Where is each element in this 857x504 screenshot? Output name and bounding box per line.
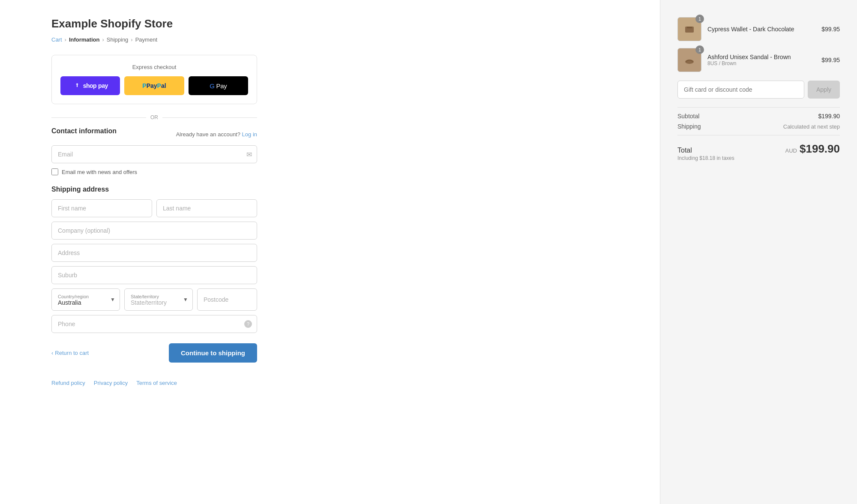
product-image-wrap: 1 xyxy=(677,48,701,72)
breadcrumb-sep-3: › xyxy=(131,36,132,43)
breadcrumb-sep-1: › xyxy=(65,36,66,43)
email-icon: ✉ xyxy=(246,150,252,159)
shopify-pay-button[interactable]: shoppay xyxy=(60,76,120,95)
product-variant: 8US / Brown xyxy=(707,60,815,66)
total-price: $199.90 xyxy=(800,142,840,156)
svg-rect-2 xyxy=(687,27,692,28)
total-row: Total Including $18.18 in taxes AUD $199… xyxy=(677,142,840,161)
product-quantity-badge: 1 xyxy=(695,15,704,23)
footer-links: Refund policy Privacy policy Terms of se… xyxy=(51,380,257,386)
product-list: 1 Cypress Wallet - Dark Chocolate $99.95… xyxy=(677,17,840,72)
state-placeholder: State/territory xyxy=(131,299,177,306)
shipping-label: Shipping xyxy=(677,123,701,130)
name-row xyxy=(51,199,257,217)
product-price: $99.95 xyxy=(821,57,840,63)
or-divider: OR xyxy=(51,114,257,120)
contact-header: Contact information Already have an acco… xyxy=(51,127,257,141)
express-buttons: shoppay PPayPal G Pay xyxy=(60,76,248,95)
subtotal-label: Subtotal xyxy=(677,113,699,120)
shopify-pay-icon: shoppay xyxy=(73,81,108,90)
breadcrumb-information: Information xyxy=(69,36,100,43)
discount-code-input[interactable] xyxy=(677,81,804,99)
product-info: Ashford Unisex Sandal - Brown 8US / Brow… xyxy=(707,54,815,66)
breadcrumb-cart[interactable]: Cart xyxy=(51,36,62,43)
left-panel: Example Shopify Store Cart › Information… xyxy=(0,0,660,504)
last-name-input[interactable] xyxy=(156,199,257,217)
phone-input[interactable] xyxy=(51,315,257,333)
return-chevron-icon: ‹ xyxy=(51,350,53,356)
phone-help-icon[interactable]: ? xyxy=(244,320,252,328)
apply-discount-button[interactable]: Apply xyxy=(808,81,840,99)
country-col: Country/region Australia ▼ xyxy=(51,288,120,311)
state-arrow-icon: ▼ xyxy=(183,297,188,303)
shipping-value: Calculated at next step xyxy=(783,123,840,130)
suburb-group xyxy=(51,266,257,284)
summary-divider-2 xyxy=(677,135,840,135)
country-value: Australia xyxy=(58,299,104,306)
product-name: Cypress Wallet - Dark Chocolate xyxy=(707,26,815,33)
subtotal-value: $199.90 xyxy=(818,113,840,120)
product-quantity-badge: 1 xyxy=(695,45,704,54)
company-group xyxy=(51,222,257,240)
email-wrapper: ✉ xyxy=(51,145,257,163)
express-checkout-label: Express checkout xyxy=(60,64,248,70)
gpay-button[interactable]: G Pay xyxy=(189,76,248,95)
company-input[interactable] xyxy=(51,222,257,240)
breadcrumb-payment: Payment xyxy=(135,36,157,43)
phone-wrapper: ? xyxy=(51,315,257,333)
breadcrumb: Cart › Information › Shipping › Payment xyxy=(51,36,634,43)
newsletter-checkbox[interactable] xyxy=(51,168,58,175)
product-item: 1 Cypress Wallet - Dark Chocolate $99.95 xyxy=(677,17,840,41)
first-name-input[interactable] xyxy=(51,199,152,217)
right-panel: 1 Cypress Wallet - Dark Chocolate $99.95… xyxy=(660,0,857,504)
express-checkout-box: Express checkout shoppay PPayPal G Pa xyxy=(51,55,257,104)
country-arrow-icon: ▼ xyxy=(110,297,115,303)
gpay-icon: G Pay xyxy=(210,82,227,90)
newsletter-row: Email me with news and offers xyxy=(51,168,257,175)
product-name: Ashford Unisex Sandal - Brown xyxy=(707,54,815,60)
country-row: Country/region Australia ▼ State/territo… xyxy=(51,288,257,311)
newsletter-label: Email me with news and offers xyxy=(62,169,137,175)
suburb-input[interactable] xyxy=(51,266,257,284)
summary-divider-1 xyxy=(677,107,840,108)
paypal-button[interactable]: PPayPal xyxy=(124,76,184,95)
form-actions: ‹ Return to cart Continue to shipping xyxy=(51,343,257,363)
total-label: Total xyxy=(677,147,734,154)
subtotal-row: Subtotal $199.90 xyxy=(677,113,840,120)
or-text: OR xyxy=(150,114,158,120)
address-input[interactable] xyxy=(51,244,257,262)
shipping-row: Shipping Calculated at next step xyxy=(677,123,840,130)
login-prompt: Already have an account? Log in xyxy=(176,131,257,138)
breadcrumb-shipping: Shipping xyxy=(107,36,129,43)
privacy-policy-link[interactable]: Privacy policy xyxy=(94,380,128,386)
total-tax: Including $18.18 in taxes xyxy=(677,155,734,161)
paypal-icon: PPayPal xyxy=(142,82,166,89)
login-link[interactable]: Log in xyxy=(242,131,257,138)
state-label: State/territory xyxy=(131,294,177,299)
discount-row: Apply xyxy=(677,81,840,99)
product-item: 1 Ashford Unisex Sandal - Brown 8US / Br… xyxy=(677,48,840,72)
email-input[interactable] xyxy=(51,145,257,163)
country-label: Country/region xyxy=(58,294,104,299)
breadcrumb-sep-2: › xyxy=(102,36,104,43)
return-to-cart-link[interactable]: ‹ Return to cart xyxy=(51,350,89,356)
address-group xyxy=(51,244,257,262)
total-left: Total Including $18.18 in taxes xyxy=(677,147,734,161)
refund-policy-link[interactable]: Refund policy xyxy=(51,380,85,386)
product-image-wrap: 1 xyxy=(677,17,701,41)
continue-to-shipping-button[interactable]: Continue to shipping xyxy=(169,343,257,363)
terms-link[interactable]: Terms of service xyxy=(136,380,177,386)
total-price-wrap: AUD $199.90 xyxy=(785,142,840,156)
product-price: $99.95 xyxy=(821,26,840,33)
product-info: Cypress Wallet - Dark Chocolate xyxy=(707,26,815,33)
shipping-address-title: Shipping address xyxy=(51,186,634,193)
total-currency: AUD xyxy=(785,147,797,154)
state-col: State/territory State/territory ▼ xyxy=(124,288,193,311)
store-title: Example Shopify Store xyxy=(51,17,634,30)
contact-title: Contact information xyxy=(51,127,117,135)
postcode-col xyxy=(197,288,257,311)
postcode-input[interactable] xyxy=(197,288,257,311)
